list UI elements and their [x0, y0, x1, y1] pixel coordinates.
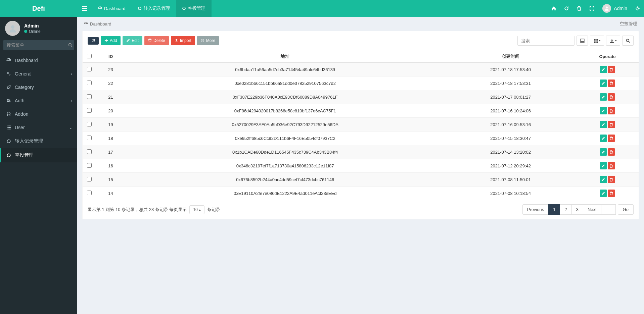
row-delete-button[interactable] [608, 176, 615, 183]
sidebar-item[interactable]: Auth‹ [0, 94, 77, 107]
column-header[interactable]: 创建时间 [445, 50, 576, 63]
prev-page-button[interactable]: Previous [522, 204, 549, 215]
topbar-tab[interactable]: Dashboard [92, 0, 132, 17]
breadcrumb-root[interactable]: Dashboard [90, 21, 111, 27]
sidebar-item[interactable]: General‹ [0, 67, 77, 81]
row-checkbox[interactable] [87, 191, 92, 195]
grid-icon [594, 39, 598, 43]
row-edit-button[interactable] [600, 162, 607, 169]
row-checkbox[interactable] [87, 122, 92, 126]
row-checkbox[interactable] [87, 136, 92, 140]
row-edit-button[interactable] [600, 93, 607, 101]
menu-search-button[interactable] [66, 40, 74, 50]
sidebar-item[interactable]: 转入记录管理 [0, 134, 77, 148]
page-jump-input[interactable] [601, 204, 616, 215]
page-size-select[interactable]: 10 ▴ [189, 205, 204, 214]
menu-search-input[interactable] [3, 40, 66, 50]
column-header[interactable]: Operate [576, 50, 639, 63]
breadcrumb-current: 空投管理 [620, 21, 637, 27]
fullscreen-button[interactable] [586, 0, 598, 17]
row-delete-button[interactable] [608, 162, 615, 169]
common-search-button[interactable] [622, 36, 634, 46]
row-delete-button[interactable] [608, 135, 615, 142]
sidebar-item[interactable]: User⌄ [0, 121, 77, 134]
row-edit-button[interactable] [600, 66, 607, 73]
row-checkbox[interactable] [87, 81, 92, 85]
export-button[interactable]: ▾ [606, 36, 620, 46]
table-row: 160x346c32197ef7f1a713730a415806233c12e1… [83, 159, 639, 173]
import-button[interactable]: Import [171, 36, 195, 46]
table-row: 180xe952ff685c6Cc92D111b6F4F16E5054cf079… [83, 132, 639, 145]
row-edit-button[interactable] [600, 176, 607, 183]
row-edit-button[interactable] [600, 80, 607, 87]
row-edit-button[interactable] [600, 135, 607, 142]
column-header[interactable]: ID [96, 50, 125, 63]
delete-button[interactable]: Delete [144, 36, 169, 46]
add-button[interactable]: Add [101, 36, 121, 46]
cell-address: 0xe952ff685c6Cc92D111b6F4F16E5054cf07937… [125, 132, 445, 145]
table-row: 170x1b1CADe60Dde1D116545F435c739C4Ab343B… [83, 145, 639, 159]
sidebar-toggle-button[interactable] [77, 0, 92, 17]
refresh-table-button[interactable] [88, 37, 99, 45]
row-checkbox[interactable] [87, 163, 92, 168]
topbar-tab[interactable]: 空投管理 [176, 0, 212, 17]
cell-address: 0xe0281bb6c151bb66a81dd0e3782529107563c7… [125, 76, 445, 90]
user-icon [604, 6, 609, 11]
cell-operate [576, 187, 639, 200]
chevron-left-icon: ‹ [71, 72, 72, 76]
toolbar: Add Edit Delete Import More ▾ ▾ [83, 31, 639, 50]
row-edit-button[interactable] [600, 121, 607, 128]
row-edit-button[interactable] [600, 107, 607, 114]
row-checkbox[interactable] [87, 94, 92, 99]
edit-button[interactable]: Edit [123, 36, 142, 46]
home-button[interactable] [547, 0, 560, 17]
row-delete-button[interactable] [608, 80, 615, 87]
cache-clear-button[interactable] [573, 0, 586, 17]
trash-icon [148, 39, 152, 42]
pencil-icon [601, 178, 605, 181]
delete-label: Delete [153, 38, 165, 44]
page-number-button[interactable]: 3 [571, 204, 583, 215]
settings-button[interactable] [631, 0, 644, 17]
tab-label: 转入记录管理 [144, 5, 170, 11]
pencil-icon [601, 109, 605, 113]
cell-id: 19 [96, 118, 125, 132]
sidebar-item[interactable]: 空投管理 [0, 148, 77, 162]
row-delete-button[interactable] [608, 107, 615, 114]
table-search-input[interactable] [517, 36, 574, 46]
row-delete-button[interactable] [608, 93, 615, 101]
row-edit-button[interactable] [600, 148, 607, 156]
topbar-right: Admin [547, 0, 644, 17]
topbar-tab[interactable]: 转入记录管理 [132, 0, 176, 17]
trash-icon [609, 192, 613, 195]
brand-logo[interactable]: Defi [0, 0, 77, 17]
row-checkbox[interactable] [87, 177, 92, 181]
more-button[interactable]: More [197, 36, 219, 46]
select-all-checkbox[interactable] [87, 54, 92, 58]
page-number-button[interactable]: 1 [548, 204, 560, 215]
sidebar-item[interactable]: Addon [0, 107, 77, 121]
sidebar-item[interactable]: Dashboard [0, 54, 77, 67]
row-edit-button[interactable] [600, 190, 607, 197]
page-go-button[interactable]: Go [618, 204, 634, 215]
row-delete-button[interactable] [608, 148, 615, 156]
sidebar-item[interactable]: Category [0, 81, 77, 94]
row-checkbox[interactable] [87, 108, 92, 113]
refresh-button[interactable] [560, 0, 573, 17]
next-page-button[interactable]: Next [583, 204, 601, 215]
columns-toggle-button[interactable] [577, 36, 588, 46]
more-label: More [206, 38, 215, 44]
cell-address: 0x6bdaa11a56aa5d7cb3a714454a49afc64bd361… [125, 63, 445, 76]
view-toggle-button[interactable]: ▾ [590, 36, 604, 46]
user-menu[interactable]: Admin [598, 0, 631, 17]
caret-down-icon: ▾ [599, 39, 601, 42]
row-delete-button[interactable] [608, 121, 615, 128]
table-row: 200xF86d4294020017b8266e58c810bf137e6cAC… [83, 104, 639, 118]
row-checkbox[interactable] [87, 67, 92, 71]
cell-created: 2021-07-08 11:50:01 [445, 173, 576, 187]
row-delete-button[interactable] [608, 66, 615, 73]
column-header[interactable]: 地址 [125, 50, 445, 63]
row-checkbox[interactable] [87, 149, 92, 154]
page-number-button[interactable]: 2 [560, 204, 571, 215]
row-delete-button[interactable] [608, 190, 615, 197]
